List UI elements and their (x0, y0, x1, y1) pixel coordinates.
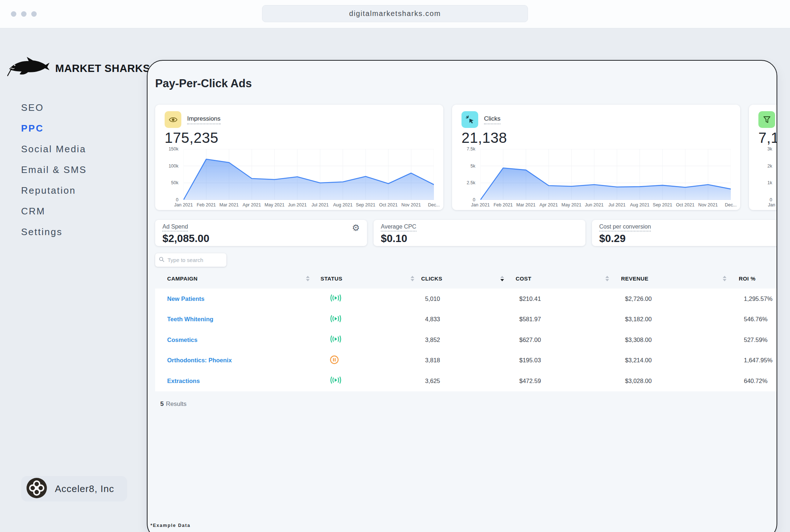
campaign-link[interactable]: Orthodontics: Phoenix (167, 357, 232, 363)
table-row[interactable]: Cosmetics 3,852 $627.00 $3,308.00 527.59… (155, 330, 777, 350)
metric-card-label[interactable]: Ad Spend (162, 223, 188, 231)
roi-cell: 1,647.95% (731, 357, 777, 364)
main-panel: Pay-Per-Click Ads Impressions 175,235 05… (147, 60, 777, 532)
metric-card-value: $0.10 (381, 233, 578, 245)
broadcast-play-icon (330, 294, 342, 302)
acceler8-logo-icon (27, 478, 47, 500)
conversions-chart: 01k2k3k Jan 2021Feb 2021Mar 2021Apr 2021… (758, 149, 777, 210)
cost-cell: $195.03 (508, 357, 613, 364)
table-row[interactable]: New Patients 5,010 $210.41 $2,726.00 1,2… (155, 289, 777, 309)
clicks-cell: 3,818 (419, 357, 508, 364)
metric-card-label[interactable]: Average CPC (381, 223, 416, 231)
sidebar-nav: SEOPPCSocial MediaEmail & SMSReputationC… (21, 102, 87, 247)
campaign-link[interactable]: Cosmetics (167, 336, 197, 343)
broadcast-play-icon (330, 376, 342, 384)
metric-card-value: $2,085.00 (162, 233, 360, 245)
roi-cell: 546.76% (731, 316, 777, 323)
column-header-clicks[interactable]: CLICKS (419, 275, 508, 282)
example-data-note: *Example Data (150, 523, 190, 528)
clicks-cell: 3,625 (419, 378, 508, 384)
stat-card-label[interactable]: Clicks (484, 115, 500, 124)
stat-card-label[interactable]: Impressions (187, 115, 221, 124)
sort-icon[interactable] (306, 276, 310, 281)
sort-icon[interactable] (723, 276, 726, 281)
sidebar: MARKET SHARKS SEOPPCSocial MediaEmail & … (0, 28, 147, 532)
sort-icon[interactable] (500, 276, 504, 281)
clicks-cell: 4,833 (419, 316, 508, 323)
sidebar-item-email-sms[interactable]: Email & SMS (21, 164, 87, 175)
account-name: Acceler8, Inc (55, 483, 114, 495)
stat-card-value: 175,235 (165, 130, 434, 146)
sort-icon[interactable] (411, 276, 414, 281)
roi-cell: 1,295.57% (731, 295, 777, 302)
search-icon (159, 257, 165, 264)
shark-logo-icon (7, 55, 50, 82)
conversions-card: Conversions 7,125 01k2k3k Jan 2021Feb 20… (749, 105, 777, 210)
metric-card-label[interactable]: Cost per conversion (599, 223, 651, 231)
metric-card-value: $0.29 (599, 233, 777, 245)
sort-icon[interactable] (605, 276, 609, 281)
brand-name: MARKET SHARKS (55, 63, 150, 74)
impressions-card: Impressions 175,235 050k100k150k Jan 202… (155, 105, 443, 210)
table-row[interactable]: Orthodontics: Phoenix 3,818 $195.03 $3,2… (155, 350, 777, 371)
url-text: digitalmarketsharks.com (349, 9, 441, 18)
clicks-cell: 5,010 (419, 295, 508, 302)
campaign-link[interactable]: Teeth Whitening (167, 316, 213, 322)
cursor-click-icon (461, 111, 478, 128)
account-switcher[interactable]: Acceler8, Inc (21, 476, 127, 501)
table-row[interactable]: Teeth Whitening 4,833 $581.97 $3,182.00 … (155, 309, 777, 330)
table-body: New Patients 5,010 $210.41 $2,726.00 1,2… (155, 289, 777, 391)
sidebar-item-ppc[interactable]: PPC (21, 123, 87, 134)
search-input[interactable] (168, 257, 222, 263)
results-count: 5Results (155, 400, 777, 408)
clicks-card: Clicks 21,138 02.5k5k7.5k Jan 2021Feb 20… (452, 105, 740, 210)
metric-card-cost-per-conversion: Cost per conversion $0.29 (592, 220, 777, 246)
metric-cards-row: Ad Spend $2,085.00 ⚙ Average CPC $0.10 C… (155, 220, 777, 246)
eye-icon (165, 111, 181, 128)
stat-card-value: 7,125 (758, 130, 777, 146)
column-header-status[interactable]: STATUS (313, 275, 419, 282)
revenue-cell: $3,214.00 (613, 357, 731, 364)
roi-cell: 640.72% (731, 378, 777, 384)
stat-card-value: 21,138 (461, 130, 731, 146)
brand-logo: MARKET SHARKS (7, 55, 150, 82)
roi-cell: 527.59% (731, 336, 777, 343)
metric-card-ad-spend: Ad Spend $2,085.00 ⚙ (155, 220, 367, 246)
revenue-cell: $3,182.00 (613, 316, 731, 323)
cost-cell: $581.97 (508, 316, 613, 323)
window-control-dots-icon[interactable] (11, 11, 37, 17)
sidebar-item-seo[interactable]: SEO (21, 102, 87, 113)
sidebar-item-reputation[interactable]: Reputation (21, 185, 87, 196)
cost-cell: $627.00 (508, 336, 613, 343)
broadcast-play-icon (330, 335, 342, 343)
pause-circle-icon (330, 355, 339, 364)
impressions-chart: 050k100k150k Jan 2021Feb 2021Mar 2021Apr… (165, 149, 434, 210)
revenue-cell: $3,028.00 (613, 378, 731, 384)
search-box[interactable] (155, 253, 226, 267)
sidebar-item-settings[interactable]: Settings (21, 226, 87, 237)
url-bar[interactable]: digitalmarketsharks.com (262, 5, 528, 22)
column-header-cost[interactable]: COST (508, 275, 613, 282)
column-header-campaign[interactable]: CAMPAIGN (155, 275, 313, 282)
browser-top-bar: digitalmarketsharks.com (0, 0, 790, 28)
table-header: CAMPAIGN STATUS CLICKS COST REVENUE ROI … (155, 272, 777, 285)
clicks-cell: 3,852 (419, 336, 508, 343)
revenue-cell: $3,308.00 (613, 336, 731, 343)
clicks-chart: 02.5k5k7.5k Jan 2021Feb 2021Mar 2021Apr … (461, 149, 731, 210)
table-row[interactable]: Extractions 3,625 $472.59 $3,028.00 640.… (155, 371, 777, 391)
gear-icon[interactable]: ⚙ (352, 223, 360, 233)
cost-cell: $472.59 (508, 378, 613, 384)
campaign-link[interactable]: Extractions (167, 378, 200, 384)
funnel-icon (758, 111, 775, 128)
column-header-revenue[interactable]: REVENUE (613, 275, 731, 282)
sidebar-item-social-media[interactable]: Social Media (21, 144, 87, 154)
campaign-link[interactable]: New Patients (167, 295, 205, 302)
revenue-cell: $2,726.00 (613, 295, 731, 302)
stat-cards-row: Impressions 175,235 050k100k150k Jan 202… (155, 105, 777, 210)
cost-cell: $210.41 (508, 295, 613, 302)
page-title: Pay-Per-Click Ads (155, 61, 777, 90)
sidebar-item-crm[interactable]: CRM (21, 206, 87, 217)
column-header-roi-[interactable]: ROI % (731, 275, 777, 282)
metric-card-average-cpc: Average CPC $0.10 (374, 220, 585, 246)
broadcast-play-icon (330, 315, 342, 323)
